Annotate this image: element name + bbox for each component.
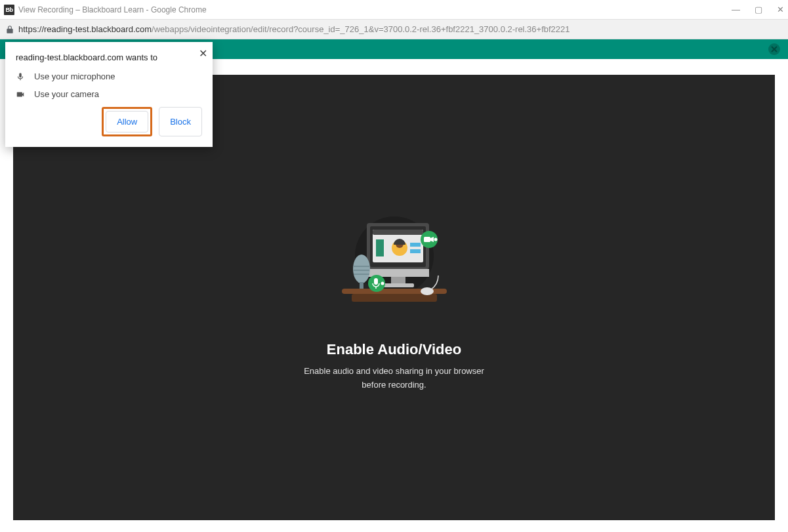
permission-popover: ✕ reading-test.blackboard.com wants to U… bbox=[5, 42, 213, 147]
svg-rect-14 bbox=[376, 239, 384, 256]
window-titlebar: Bb View Recording – Blackboard Learn - G… bbox=[0, 0, 788, 20]
enable-av-heading: Enable Audio/Video bbox=[304, 341, 484, 358]
svg-rect-24 bbox=[374, 278, 378, 285]
address-bar[interactable]: https://reading-test.blackboard.com/weba… bbox=[0, 20, 788, 39]
svg-point-17 bbox=[353, 255, 370, 283]
svg-rect-11 bbox=[373, 230, 423, 235]
permission-allow-button[interactable]: Allow bbox=[106, 111, 148, 133]
svg-point-22 bbox=[434, 237, 437, 241]
permission-title: reading-test.blackboard.com wants to bbox=[16, 52, 202, 62]
window-minimize-button[interactable]: — bbox=[732, 5, 740, 14]
permission-block-button[interactable]: Block bbox=[159, 107, 202, 136]
permission-microphone-label: Use your microphone bbox=[34, 72, 115, 81]
camera-icon bbox=[16, 90, 26, 99]
window-maximize-button[interactable]: ▢ bbox=[755, 5, 762, 14]
enable-av-line1: Enable audio and video sharing in your b… bbox=[304, 366, 484, 376]
allow-button-highlight: Allow bbox=[102, 107, 152, 136]
svg-rect-4 bbox=[352, 294, 437, 302]
enable-av-line2: before recording. bbox=[362, 380, 426, 390]
svg-rect-18 bbox=[360, 282, 363, 289]
enable-av-illustration bbox=[329, 203, 460, 321]
svg-rect-8 bbox=[383, 283, 414, 287]
window-close-button[interactable]: ✕ bbox=[777, 5, 784, 14]
svg-point-26 bbox=[381, 281, 384, 285]
svg-rect-21 bbox=[424, 237, 430, 242]
permission-camera-label: Use your camera bbox=[34, 89, 99, 99]
svg-rect-16 bbox=[410, 249, 421, 253]
svg-rect-7 bbox=[391, 277, 405, 283]
lock-icon[interactable] bbox=[5, 25, 18, 34]
permission-close-icon[interactable]: ✕ bbox=[199, 47, 207, 60]
svg-rect-15 bbox=[410, 243, 421, 247]
favicon: Bb bbox=[4, 5, 14, 15]
url-text: https://reading-test.blackboard.com/weba… bbox=[18, 24, 570, 34]
window-title: View Recording – Blackboard Learn - Goog… bbox=[18, 5, 732, 14]
microphone-icon bbox=[16, 72, 26, 81]
banner-close-icon[interactable] bbox=[768, 43, 780, 55]
